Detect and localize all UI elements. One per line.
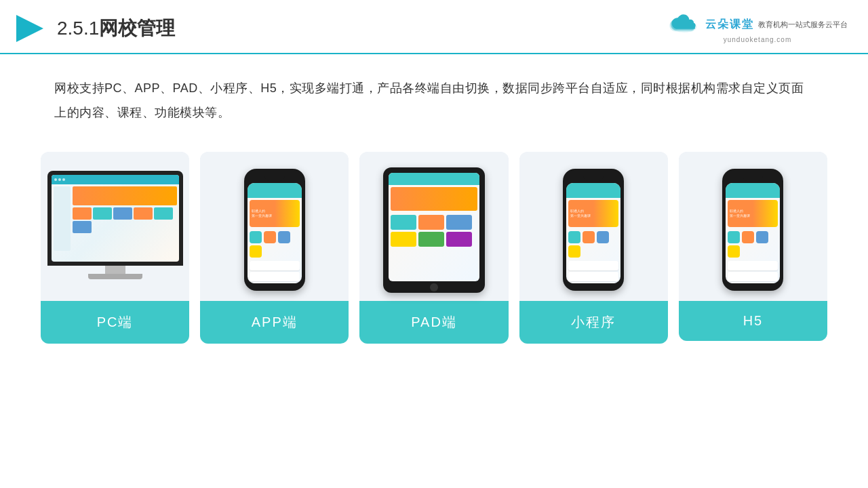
card-pad: PAD端 (359, 152, 508, 344)
card-h5-image: 职通人的第一堂兴趣课 (679, 152, 827, 301)
card-app-image: 职通人的第一堂兴趣课 (200, 152, 349, 301)
card-pad-image (359, 152, 508, 301)
logo-cloud: 云朵课堂 教育机构一站式服务云平台 (667, 14, 848, 36)
card-app: 职通人的第一堂兴趣课 APP端 (200, 152, 349, 344)
card-h5: 职通人的第一堂兴趣课 H5 (679, 152, 827, 341)
card-pc-image (41, 152, 189, 301)
app-phone-mockup: 职通人的第一堂兴趣课 (244, 169, 305, 291)
card-pc-label: PC端 (41, 301, 189, 344)
logo-text-en: yunduoketang.com (724, 36, 792, 43)
card-miniprogram-image: 职通人的第一堂兴趣课 (519, 152, 668, 301)
play-icon (14, 12, 46, 45)
logo-text-cn: 云朵课堂 (705, 18, 754, 32)
miniprogram-phone-mockup: 职通人的第一堂兴趣课 (563, 169, 624, 291)
description-text: 网校支持PC、APP、PAD、小程序、H5，实现多端打通，产品各终端自由切换，数… (0, 54, 868, 131)
svg-marker-0 (16, 15, 43, 42)
page-header: 2.5.1网校管理 云朵课堂 教育机构一站式服务云平台 yunduoketang… (0, 0, 868, 54)
card-pc: PC端 (41, 152, 189, 344)
card-miniprogram: 职通人的第一堂兴趣课 小程序 (519, 152, 668, 344)
card-h5-label: H5 (679, 301, 827, 341)
cloud-icon (667, 14, 701, 36)
pad-tablet-mockup (383, 167, 485, 293)
logo-area: 云朵课堂 教育机构一站式服务云平台 yunduoketang.com (667, 14, 848, 43)
page-title: 2.5.1网校管理 (57, 16, 175, 41)
pc-mockup (47, 171, 183, 289)
logo-tagline: 教育机构一站式服务云平台 (758, 20, 848, 30)
card-app-label: APP端 (200, 301, 349, 344)
card-miniprogram-label: 小程序 (519, 301, 668, 344)
cards-container: PC端 职通人的第一堂兴趣课 (0, 131, 868, 357)
card-pad-label: PAD端 (359, 301, 508, 344)
header-left: 2.5.1网校管理 (14, 12, 175, 45)
h5-phone-mockup: 职通人的第一堂兴趣课 (722, 169, 783, 291)
